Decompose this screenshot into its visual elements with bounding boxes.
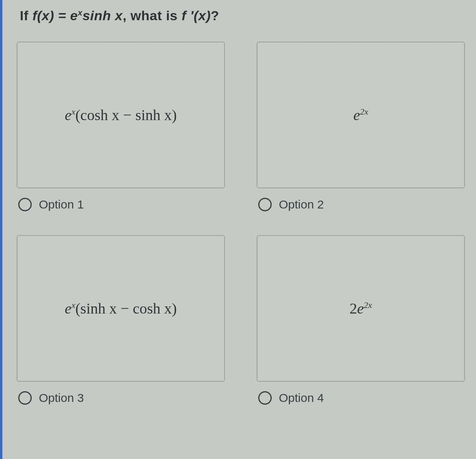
question-prefix: If <box>20 8 33 23</box>
option-math-2: e2x <box>353 106 369 124</box>
left-accent-bar <box>0 0 2 459</box>
question-qmark: ? <box>211 8 219 23</box>
math4-pre: 2 <box>349 300 357 317</box>
radio-icon[interactable] <box>18 391 32 405</box>
option-card-4[interactable]: 2e2x <box>257 235 465 382</box>
option-cell-2: e2x Option 2 <box>257 42 465 211</box>
option-label-4: Option 4 <box>279 391 324 405</box>
option-label-3: Option 3 <box>39 391 84 405</box>
option-cell-3: ex(sinh x − cosh x) Option 3 <box>17 235 225 405</box>
math4-sup: 2x <box>364 300 372 310</box>
option-cell-4: 2e2x Option 4 <box>257 235 465 405</box>
option-label-1: Option 1 <box>39 198 84 211</box>
radio-icon[interactable] <box>18 198 32 211</box>
option-row-1[interactable]: Option 1 <box>17 198 225 211</box>
option-row-4[interactable]: Option 4 <box>257 391 465 405</box>
option-card-1[interactable]: ex(cosh x − sinh x) <box>17 42 225 188</box>
radio-icon[interactable] <box>258 198 272 211</box>
question-fx: f(x) = e <box>33 8 78 23</box>
options-grid: ex(cosh x − sinh x) Option 1 e2x Option … <box>17 42 465 405</box>
math3-sup: x <box>71 300 75 310</box>
math1-b: (cosh x − sinh x) <box>75 107 177 123</box>
math1-sup: x <box>71 107 75 117</box>
question-mid: sinh x <box>83 8 123 23</box>
option-math-3: ex(sinh x − cosh x) <box>65 300 177 317</box>
math2-sup: 2x <box>360 107 369 117</box>
option-row-2[interactable]: Option 2 <box>257 198 465 211</box>
question-sup1: x <box>78 8 83 17</box>
math4-a: e <box>357 300 364 317</box>
math1-a: e <box>65 107 71 123</box>
question-comma: , what is <box>123 8 182 23</box>
option-card-3[interactable]: ex(sinh x − cosh x) <box>17 235 225 382</box>
math3-a: e <box>65 300 71 317</box>
math2-a: e <box>353 107 360 123</box>
option-card-2[interactable]: e2x <box>257 42 465 188</box>
option-label-2: Option 2 <box>279 198 324 211</box>
option-row-3[interactable]: Option 3 <box>17 391 225 405</box>
question-text: If f(x) = exsinh x, what is f ′(x)? <box>0 0 476 23</box>
option-cell-1: ex(cosh x − sinh x) Option 1 <box>17 42 225 211</box>
question-fprime: f ′(x) <box>182 8 211 23</box>
option-math-4: 2e2x <box>349 300 372 317</box>
option-math-1: ex(cosh x − sinh x) <box>65 106 177 124</box>
radio-icon[interactable] <box>258 391 272 405</box>
math3-b: (sinh x − cosh x) <box>75 300 177 317</box>
